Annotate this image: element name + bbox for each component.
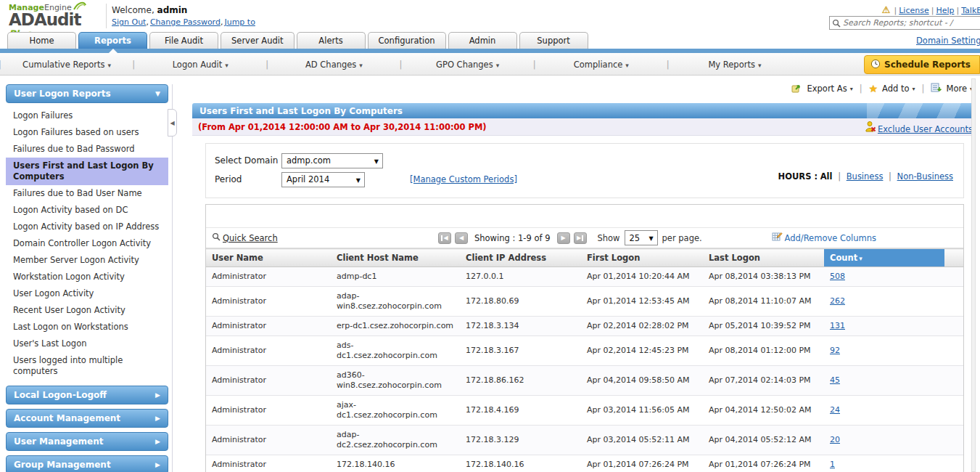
schedule-reports-button[interactable]: Schedule Reports: [864, 55, 980, 74]
subnav-menu-item[interactable]: AD Changes: [267, 60, 400, 70]
count-link[interactable]: 92: [830, 346, 840, 355]
next-page-button[interactable]: ▶: [557, 232, 570, 244]
page-size-select[interactable]: 25▼: [625, 230, 658, 245]
sidebar-report-item[interactable]: Recent User Logon Activity: [6, 302, 168, 319]
scrollbar-track[interactable]: [971, 78, 976, 472]
primary-tab[interactable]: Home: [7, 32, 76, 49]
sidebar-report-item[interactable]: Failures due to Bad Password: [6, 141, 168, 158]
more-button[interactable]: More: [946, 84, 973, 94]
column-header[interactable]: User Name: [206, 249, 331, 267]
primary-tab[interactable]: Admin: [448, 32, 517, 49]
sidebar-collapsed-section[interactable]: Group Management▶: [6, 455, 168, 472]
session-link[interactable]: Jump to: [224, 17, 255, 27]
previous-page-button[interactable]: ◀: [455, 232, 468, 244]
sidebar-report-item[interactable]: Logon Failures: [6, 107, 168, 124]
add-remove-columns-link[interactable]: Add/Remove Columns: [785, 233, 877, 243]
cell-count: 262: [824, 287, 944, 317]
column-header[interactable]: Client IP Address: [460, 249, 581, 267]
count-link[interactable]: 131: [830, 321, 845, 330]
primary-tab[interactable]: Configuration: [368, 32, 446, 49]
count-link[interactable]: 20: [830, 435, 840, 444]
last-page-button[interactable]: ▶: [574, 232, 587, 244]
column-header-label: Last Logon: [709, 253, 760, 263]
count-link[interactable]: 45: [830, 375, 840, 385]
cell-user-name: Administrator: [206, 396, 331, 426]
table-row: Administrator erp-dc1.csez.zohocorpin.co…: [206, 317, 963, 336]
session-link[interactable]: Change Password: [150, 17, 225, 27]
primary-tab[interactable]: Support: [519, 32, 588, 49]
subnav-menu-item[interactable]: Compliance: [535, 60, 668, 70]
column-header[interactable]: First Logon: [581, 249, 703, 267]
sidebar-section-user-logon-reports[interactable]: User Logon Reports ▼: [6, 84, 168, 103]
session-link[interactable]: Sign Out: [112, 17, 150, 27]
period-select[interactable]: April 2014▼: [281, 172, 365, 187]
column-header[interactable]: Last Logon: [703, 249, 824, 267]
sidebar-report-item[interactable]: Member Server Logon Activity: [6, 252, 168, 269]
top-right-link[interactable]: TalkBack: [955, 6, 980, 15]
sidebar-report-item[interactable]: Workstation Logon Activity: [6, 269, 168, 285]
hours-nonbusiness-link[interactable]: Non-Business: [897, 171, 953, 182]
count-link[interactable]: 508: [830, 272, 845, 281]
sidebar-report-item[interactable]: Failures due to Bad User Name: [6, 185, 168, 202]
subnav-menu-item[interactable]: GPO Changes: [401, 60, 535, 70]
primary-tab[interactable]: Reports: [78, 32, 147, 49]
header-divider: [106, 4, 107, 28]
sidebar-report-item[interactable]: User's Last Logon: [6, 335, 168, 352]
sidebar-report-item[interactable]: Logon Activity based on IP Address: [6, 219, 168, 235]
domain-settings-link[interactable]: Domain Settings: [916, 36, 980, 46]
add-to-button[interactable]: Add to: [882, 84, 915, 94]
primary-tab[interactable]: Server Audit: [221, 32, 295, 49]
subnav-menu-item[interactable]: My Reports: [668, 60, 802, 70]
clock-icon: [870, 59, 881, 71]
sidebar-collapse-handle[interactable]: ◀: [168, 109, 177, 137]
sidebar-collapsed-section[interactable]: Local Logon-Logoff▶: [6, 386, 168, 404]
report-table-panel: Quick Search ◀ ◀ Showing : 1-9 of 9 ▶ ▶ …: [205, 204, 964, 472]
count-link[interactable]: 1: [830, 460, 835, 469]
add-remove-columns-icon: [772, 232, 783, 244]
report-date-range: (From Apr 01,2014 12:00:00 AM to Apr 30,…: [198, 122, 487, 132]
exclude-user-icon: [865, 121, 876, 134]
domain-select[interactable]: admp.com▼: [281, 153, 383, 168]
sidebar-report-item[interactable]: Logon Failures based on users: [6, 124, 168, 141]
sidebar-report-item[interactable]: Logon Activity based on DC: [6, 202, 168, 219]
report-filter-panel: Select Domain admp.com▼ Period April 201…: [205, 143, 964, 198]
sidebar-report-item[interactable]: Users logged into multiple computers: [6, 352, 168, 380]
first-page-button[interactable]: ◀: [438, 232, 451, 244]
primary-tab[interactable]: File Audit: [149, 32, 218, 49]
top-right-link[interactable]: Help: [929, 6, 955, 15]
count-link[interactable]: 24: [830, 405, 840, 415]
sidebar-report-item[interactable]: User Logon Activity: [6, 285, 168, 302]
cell-first-logon: Apr 01,2014 10:20:44 AM: [581, 267, 703, 287]
warning-icon[interactable]: ⚠: [882, 4, 891, 15]
report-title-bar: Users First and Last Logon By Computers: [192, 103, 976, 118]
hours-all-selected[interactable]: All: [820, 171, 833, 182]
sidebar-report-item[interactable]: Last Logon on Workstations: [6, 319, 168, 335]
sidebar-collapsed-section[interactable]: Account Management▶: [6, 409, 168, 428]
sidebar-section-label: User Management: [14, 436, 103, 447]
export-icon: [791, 83, 802, 95]
export-as-label: Export As: [807, 84, 847, 94]
sidebar-report-item[interactable]: Users First and Last Logon By Computers: [6, 158, 168, 185]
sidebar-section-label: Group Management: [14, 460, 111, 470]
cell-first-logon: Apr 03,2014 05:52:11 AM: [581, 426, 703, 455]
count-link[interactable]: 262: [830, 296, 845, 306]
cell-count: 92: [824, 336, 944, 366]
exclude-user-accounts-link[interactable]: Exclude User Accounts: [878, 124, 973, 134]
primary-tab[interactable]: Alerts: [297, 32, 366, 49]
subnav-menu-item[interactable]: Logon Audit: [133, 60, 267, 70]
manage-custom-periods-link[interactable]: [Manage Custom Periods]: [410, 174, 517, 184]
column-header[interactable]: Count: [824, 249, 944, 267]
sidebar-report-item[interactable]: Domain Controller Logon Activity: [6, 235, 168, 252]
subnav-menu-item[interactable]: Cumulative Reports: [0, 60, 133, 70]
subnav-label: Logon Audit: [173, 60, 223, 70]
sidebar-collapsed-section[interactable]: User Management▶: [6, 432, 168, 451]
hours-business-link[interactable]: Business: [847, 171, 884, 182]
quick-search-link[interactable]: Quick Search: [223, 233, 278, 243]
column-header[interactable]: Client Host Name: [331, 249, 460, 267]
first-page-bar: [441, 235, 442, 241]
report-main-area: Export As | ★ Add to | More Users First …: [192, 78, 976, 472]
search-input[interactable]: [843, 17, 980, 28]
top-right-link[interactable]: License: [892, 6, 929, 15]
username: admin: [157, 5, 188, 15]
export-as-button[interactable]: Export As: [807, 84, 852, 94]
